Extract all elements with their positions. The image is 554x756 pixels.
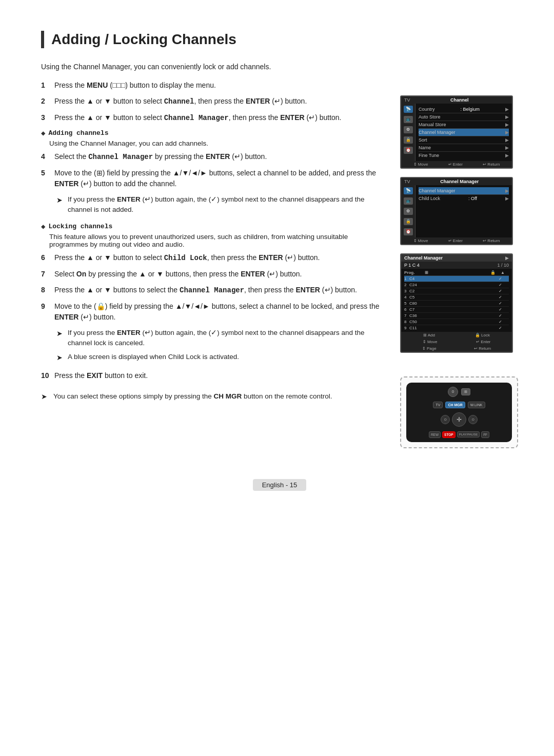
step-10-text: Press the EXIT button to exit. xyxy=(54,370,385,381)
tv1-item-finetune: Fine Tune ▶ xyxy=(419,152,509,159)
tv3-row-3: 3 C2 ✓ xyxy=(404,288,509,294)
main-layout: 1 Press the MENU (□□□) button to display… xyxy=(41,80,518,448)
step-3-num: 3 xyxy=(41,112,52,123)
step-7-num: 7 xyxy=(41,269,52,280)
tv1-item-autostore: Auto Store ▶ xyxy=(419,113,509,121)
arrow-icon-3: ➤ xyxy=(56,352,66,363)
tv2-footer: ⇕ Move ↵ Enter ↩ Return xyxy=(401,237,512,244)
locking-arrow-note-1: ➤ If you press the ENTER (↵) button agai… xyxy=(56,328,385,349)
step-9-text: Move to the (🔒) field by pressing the ▲/… xyxy=(54,301,385,323)
tv2-sidebar: 📡 📺 ⚙ 🔒 ⏰ xyxy=(401,185,416,237)
step-3: 3 Press the ▲ or ▼ button to select Chan… xyxy=(41,112,385,124)
adding-channels-label: Adding channels xyxy=(48,129,108,137)
arrow-icon-2: ➤ xyxy=(56,328,66,339)
tv2-icon-3: ⚙ xyxy=(404,208,413,215)
tv3-row-7: 7 C36 ✓ xyxy=(404,313,509,319)
remote-middle-row: TV CH MGR W.LINK xyxy=(433,402,485,408)
remote-btn-playpause: PLAY/PAUSE xyxy=(457,431,480,437)
tv2-label-tv: TV xyxy=(404,179,410,184)
step-1-text: Press the MENU (□□□) button to display t… xyxy=(54,80,385,91)
step-7: 7 Select On by pressing the ▲ or ▼ butto… xyxy=(41,269,385,280)
tv3-row-8: 8 C50 ✓ xyxy=(404,319,509,325)
step-10: 10 Press the EXIT button to exit. xyxy=(41,370,385,381)
tv1-content: Country : Belgium ▶ Auto Store ▶ Manual … xyxy=(416,104,512,161)
tv1-item-sort: Sort ▶ xyxy=(419,136,509,144)
step-6-num: 6 xyxy=(41,252,52,263)
tv2-body: 📡 📺 ⚙ 🔒 ⏰ Channel Manager ▶ Child Lock :… xyxy=(401,185,512,237)
adding-arrow-text-1: If you press the ENTER (↵) button again,… xyxy=(68,194,385,215)
tv3-footer-2: ⇕ Move ↵ Enter xyxy=(401,339,512,345)
tv1-label-tv: TV xyxy=(404,97,410,103)
step-4: 4 Select the Channel Manager by pressing… xyxy=(41,151,385,163)
tv2-item-childlock: Child Lock : Off ▶ xyxy=(419,195,509,202)
tv1-sidebar: 📡 📺 ⚙ 🔒 ⏰ xyxy=(401,104,416,161)
tv1-icon-2: 📺 xyxy=(404,116,413,123)
tv1-body: 📡 📺 ⚙ 🔒 ⏰ Country : Belgium ▶ Auto Store… xyxy=(401,104,512,161)
step-4-num: 4 xyxy=(41,151,52,162)
steps-1-3: 1 Press the MENU (□□□) button to display… xyxy=(41,80,385,124)
step-1: 1 Press the MENU (□□□) button to display… xyxy=(41,80,385,91)
tv1-icon-5: ⏰ xyxy=(404,147,413,154)
remote-btn-circle1: ○ xyxy=(441,415,450,424)
remote-control: 0 ⊞ TV CH MGR W.LINK ○ ✛ ○ REW STOP PLAY… xyxy=(400,376,518,448)
tv3-row-2: 2 C24 ✓ xyxy=(404,282,509,288)
tv3-title: Channel Manager xyxy=(404,255,443,261)
remote-screen-icon: ⊞ xyxy=(461,388,470,395)
page-title: Adding / Locking Channels xyxy=(41,31,518,48)
locking-arrow-text-1: If you press the ENTER (↵) button again,… xyxy=(68,328,385,349)
remote-btn-tv-label: TV xyxy=(433,402,443,408)
locking-channels-label: Locking channels xyxy=(48,223,112,230)
remote-bottom-row: REW STOP PLAY/PAUSE FF xyxy=(429,431,489,438)
tv1-title: Channel xyxy=(450,97,469,103)
tv2-icon-4: 🔒 xyxy=(404,218,413,225)
arrow-icon-1: ➤ xyxy=(56,195,66,206)
tv1-footer: ⇕ Move ↵ Enter ↩ Return xyxy=(401,161,512,168)
step-9-num: 9 xyxy=(41,301,52,312)
step-4-text: Select the Channel Manager by pressing t… xyxy=(54,151,385,163)
tv1-item-name: Name ▶ xyxy=(419,144,509,152)
tv3-row-5: 5 C80 ✓ xyxy=(404,301,509,307)
footer-arrow-icon: ➤ xyxy=(41,391,50,402)
tv1-item-channelmgr: Channel Manager ▶ xyxy=(419,129,509,136)
remote-btn-tv: 0 xyxy=(448,387,458,397)
locking-channels-header: ◆ Locking channels xyxy=(41,222,385,231)
locking-arrow-text-2: A blue screen is displayed when Child Lo… xyxy=(68,352,239,362)
locking-channels-section: ◆ Locking channels This feature allows y… xyxy=(41,222,385,363)
adding-channels-section: ◆ Adding channels Using the Channel Mana… xyxy=(41,129,385,215)
tv1-icon-4: 🔒 xyxy=(404,136,413,144)
step-3-text: Press the ▲ or ▼ button to select Channe… xyxy=(54,112,385,124)
step-2: 2 Press the ▲ or ▼ button to select Chan… xyxy=(41,96,385,107)
tv3-page: 1 / 10 xyxy=(497,263,509,268)
step-8-num: 8 xyxy=(41,285,52,295)
step-5-text: Move to the (⊞) field by pressing the ▲/… xyxy=(54,168,385,189)
tv1-item-country: Country : Belgium ▶ xyxy=(419,106,509,113)
step-5: 5 Move to the (⊞) field by pressing the … xyxy=(41,168,385,189)
right-column: TV Channel 📡 📺 ⚙ 🔒 ⏰ Country : Belgium ▶ xyxy=(400,80,518,448)
diamond-icon: ◆ xyxy=(41,129,45,137)
step-7-text: Select On by pressing the ▲ or ▼ buttons… xyxy=(54,269,385,280)
diamond-icon-2: ◆ xyxy=(41,222,45,231)
tv2-icon-1: 📡 xyxy=(404,187,413,194)
tv2-icon-5: ⏰ xyxy=(404,228,413,235)
tv3-row-1: 1 C4 ✓ xyxy=(404,276,509,282)
footer-note: ➤ You can select these options simply by… xyxy=(41,391,385,402)
tv-screen-2: TV Channel Manager 📡 📺 ⚙ 🔒 ⏰ Channel Man… xyxy=(400,177,513,245)
tv2-item-channelmgr: Channel Manager ▶ xyxy=(419,187,509,195)
left-column: 1 Press the MENU (□□□) button to display… xyxy=(41,80,385,448)
tv-screen-3: Channel Manager ▶ P 1 C 4 1 / 10 Prog. ⊞… xyxy=(400,253,513,353)
adding-channels-desc: Using the Channel Manager, you can add c… xyxy=(49,140,385,147)
tv3-col-headers: Prog. ⊞ 🔒 ▲ xyxy=(404,270,509,276)
tv3-row-4: 4 C5 ✓ xyxy=(404,294,509,301)
step-8: 8 Press the ▲ or ▼ buttons to select the… xyxy=(41,285,385,296)
step-9: 9 Move to the (🔒) field by pressing the … xyxy=(41,301,385,323)
tv3-footer-1: ⊞ Add 🔒 Lock xyxy=(401,332,512,339)
remote-btn-circle2: ○ xyxy=(468,415,478,424)
tv3-subtitle: P 1 C 4 xyxy=(404,263,420,268)
remote-btn-rew: REW xyxy=(429,431,441,438)
page-footer: English - 15 xyxy=(41,479,518,491)
remote-nav-row: ○ ✛ ○ xyxy=(441,412,478,427)
adding-channels-header: ◆ Adding channels xyxy=(41,129,385,137)
step-2-text: Press the ▲ or ▼ button to select Channe… xyxy=(54,96,385,107)
locking-channels-desc: This feature allows you to prevent unaut… xyxy=(49,233,385,248)
tv3-row-9: 9 C11 ✓ xyxy=(404,325,509,331)
